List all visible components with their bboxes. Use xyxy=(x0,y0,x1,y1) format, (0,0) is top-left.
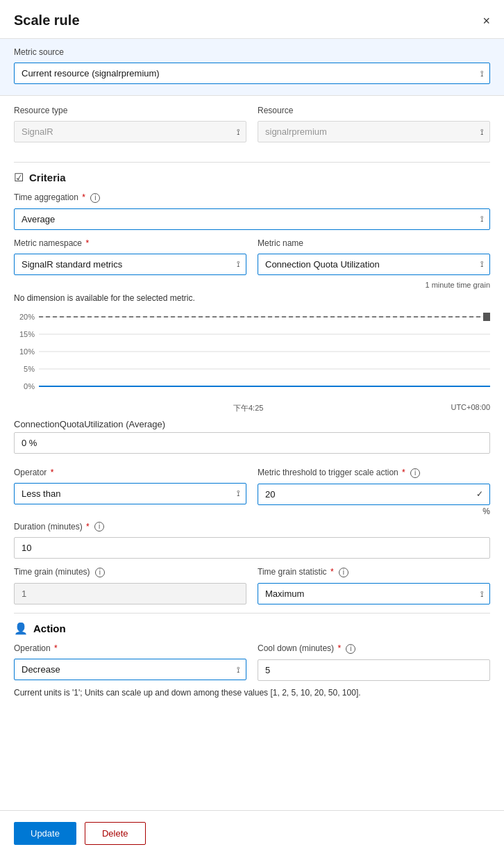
metric-row: Metric namespace * SignalR standard metr… xyxy=(14,238,490,275)
time-aggregation-select[interactable]: Average xyxy=(14,208,490,230)
metric-source-wrapper: Current resource (signalrpremium) ⟟ xyxy=(14,63,490,84)
criteria-section: ☑ Criteria Time aggregation * i Average … xyxy=(0,152,504,707)
footer: Update Delete xyxy=(0,810,504,856)
time-grain-statistic-select[interactable]: Maximum xyxy=(258,583,490,604)
time-grain-info-icon[interactable]: i xyxy=(95,568,105,577)
svg-rect-11 xyxy=(483,313,490,321)
operator-wrapper: Less than ⟟ xyxy=(14,483,246,504)
time-aggregation-field: Time aggregation * i Average ⟟ xyxy=(14,192,490,230)
metric-namespace-col: Metric namespace * SignalR standard metr… xyxy=(14,238,246,275)
svg-text:5%: 5% xyxy=(24,365,35,373)
operation-wrapper: Decrease ⟟ xyxy=(14,659,246,680)
operation-required: * xyxy=(54,643,58,653)
metric-source-section: Metric source Current resource (signalrp… xyxy=(0,38,504,96)
resource-type-select: SignalR xyxy=(14,121,246,142)
close-button[interactable]: × xyxy=(482,15,490,27)
cool-down-col: Cool down (minutes) * i xyxy=(258,643,490,681)
time-grain-statistic-info-icon[interactable]: i xyxy=(339,568,348,577)
metric-namespace-wrapper: SignalR standard metrics ⟟ xyxy=(14,254,246,275)
update-button[interactable]: Update xyxy=(14,822,76,845)
svg-text:20%: 20% xyxy=(19,313,35,321)
threshold-info-icon[interactable]: i xyxy=(410,468,420,478)
time-grain-row: Time grain (minutes) i Time grain statis… xyxy=(14,567,490,604)
operator-required: * xyxy=(51,468,54,477)
threshold-col: Metric threshold to trigger scale action… xyxy=(258,468,490,516)
time-aggregation-required: * xyxy=(82,192,85,202)
time-grain-label: Time grain (minutes) i xyxy=(14,567,246,577)
panel-title: Scale rule xyxy=(14,13,80,28)
cool-down-input[interactable] xyxy=(258,659,490,681)
svg-text:10%: 10% xyxy=(19,347,35,356)
panel-header: Scale rule × xyxy=(0,0,504,38)
resource-label: Resource xyxy=(258,106,490,115)
chart-x-right: UTC+08:00 xyxy=(451,403,490,413)
metric-namespace-label: Metric namespace * xyxy=(14,238,246,248)
resource-wrapper: signalrpremium ⟟ xyxy=(258,121,490,142)
chart-x-center: 下午4:25 xyxy=(233,403,263,413)
duration-input[interactable] xyxy=(14,537,490,559)
threshold-required: * xyxy=(402,468,405,477)
operator-select[interactable]: Less than xyxy=(14,483,246,504)
time-grain-statistic-wrapper: Maximum ⟟ xyxy=(258,583,490,604)
cool-down-info-icon[interactable]: i xyxy=(346,644,355,654)
chart-svg: 20% 15% 10% 5% 0% xyxy=(14,310,490,400)
time-grain-statistic-label: Time grain statistic * i xyxy=(258,567,490,577)
operation-col: Operation * Decrease ⟟ xyxy=(14,643,246,681)
criteria-icon: ☑ xyxy=(14,171,24,184)
metric-value-section: ConnectionQuotaUtilization (Average) xyxy=(14,419,490,454)
time-aggregation-label: Time aggregation * i xyxy=(14,192,490,203)
action-header: 👤 Action xyxy=(14,613,490,635)
resource-type-label: Resource type xyxy=(14,106,246,115)
chart-x-labels: 下午4:25 UTC+08:00 xyxy=(14,403,490,413)
metric-name-col: Metric name Connection Quota Utilization… xyxy=(258,238,490,275)
dimension-note: No dimension is available for the select… xyxy=(14,293,490,303)
metric-source-label: Metric source xyxy=(14,47,490,57)
threshold-label: Metric threshold to trigger scale action… xyxy=(258,468,490,478)
threshold-select[interactable]: 20 xyxy=(258,484,490,505)
metric-name-wrapper: Connection Quota Utilization ⟟ xyxy=(258,254,490,275)
duration-label: Duration (minutes) * i xyxy=(14,522,490,532)
resource-columns: Resource type SignalR ⟟ Resource signalr… xyxy=(14,106,490,142)
resource-type-wrapper: SignalR ⟟ xyxy=(14,121,246,142)
operation-select[interactable]: Decrease xyxy=(14,659,246,680)
metric-value-label: ConnectionQuotaUtilization (Average) xyxy=(14,419,490,429)
metric-name-select[interactable]: Connection Quota Utilization xyxy=(258,254,490,275)
metric-source-select[interactable]: Current resource (signalrpremium) xyxy=(14,63,490,84)
metric-namespace-select[interactable]: SignalR standard metrics xyxy=(14,254,246,275)
criteria-title: Criteria xyxy=(29,172,66,183)
operator-threshold-row: Operator * Less than ⟟ Metric threshold … xyxy=(14,468,490,516)
metric-name-label: Metric name xyxy=(258,238,490,248)
threshold-wrapper: 20 ✓ xyxy=(258,484,490,505)
operator-label: Operator * xyxy=(14,468,246,477)
duration-required: * xyxy=(86,522,90,532)
svg-text:0%: 0% xyxy=(24,382,35,390)
resource-type-col: Resource type SignalR ⟟ xyxy=(14,106,246,142)
chart-container: 20% 15% 10% 5% 0% xyxy=(14,310,490,400)
svg-text:15%: 15% xyxy=(19,330,35,338)
metric-value-input[interactable] xyxy=(14,432,490,454)
scale-rule-panel: Scale rule × Metric source Current resou… xyxy=(0,0,504,856)
operation-cooldown-row: Operation * Decrease ⟟ Cool down (minute… xyxy=(14,643,490,681)
operator-col: Operator * Less than ⟟ xyxy=(14,468,246,516)
delete-button[interactable]: Delete xyxy=(85,822,146,845)
resource-row: Resource type SignalR ⟟ Resource signalr… xyxy=(0,96,504,152)
criteria-header: ☑ Criteria xyxy=(14,162,490,184)
time-aggregation-wrapper: Average ⟟ xyxy=(14,208,490,230)
duration-info-icon[interactable]: i xyxy=(94,522,104,532)
units-note: Current units is '1'; Units can scale up… xyxy=(14,688,490,698)
action-icon: 👤 xyxy=(14,622,28,635)
operation-label: Operation * xyxy=(14,643,246,653)
threshold-unit: % xyxy=(258,507,490,516)
time-grain-statistic-required: * xyxy=(330,567,334,577)
time-grain-statistic-col: Time grain statistic * i Maximum ⟟ xyxy=(258,567,490,604)
cool-down-required: * xyxy=(337,643,341,653)
resource-select: signalrpremium xyxy=(258,121,490,142)
resource-col: Resource signalrpremium ⟟ xyxy=(258,106,490,142)
time-grain-col: Time grain (minutes) i xyxy=(14,567,246,604)
duration-field: Duration (minutes) * i xyxy=(14,522,490,559)
time-aggregation-info-icon[interactable]: i xyxy=(90,193,100,203)
time-grain-note: 1 minute time grain xyxy=(14,281,490,289)
metric-namespace-required: * xyxy=(85,238,89,248)
action-title: Action xyxy=(33,623,66,634)
cool-down-label: Cool down (minutes) * i xyxy=(258,643,490,654)
